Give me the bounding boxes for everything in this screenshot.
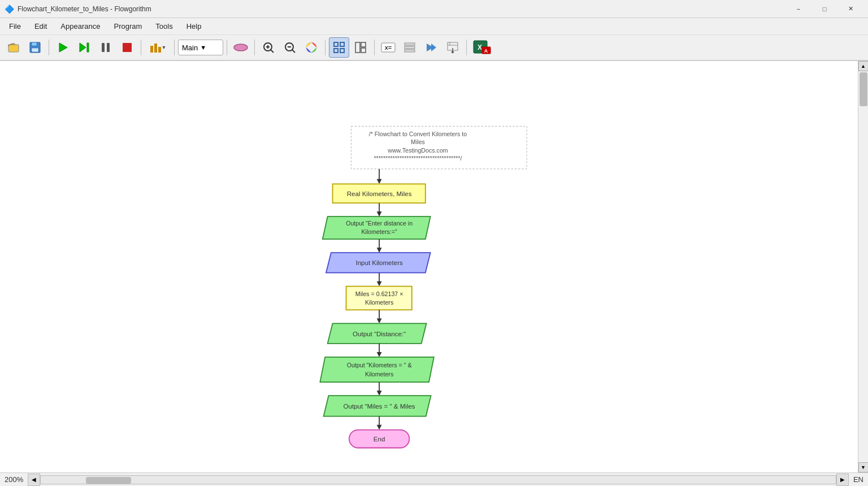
flowchart-svg: /* Flowchart to Convert Kilometers to Mi…: [0, 61, 858, 472]
arrow-right-button[interactable]: [421, 37, 441, 58]
scroll-track[interactable]: [858, 71, 868, 462]
excel-button[interactable]: XA: [470, 37, 494, 58]
svg-marker-74: [320, 357, 434, 382]
variable-button[interactable]: [231, 37, 251, 58]
toolbar: ▼ Main ▼ x= X: [0, 35, 868, 61]
save-button[interactable]: [25, 37, 45, 58]
separator-4: [227, 40, 227, 55]
svg-rect-8: [107, 43, 110, 52]
svg-text:Miles: Miles: [411, 138, 425, 145]
svg-rect-10: [150, 46, 153, 53]
menu-program[interactable]: Program: [107, 20, 149, 33]
svg-text:X: X: [478, 44, 482, 51]
menu-file[interactable]: File: [2, 20, 28, 33]
svg-text:Real Kilometers, Miles: Real Kilometers, Miles: [347, 190, 412, 197]
horizontal-scrollbar[interactable]: ◀ ▶: [28, 473, 849, 486]
main-dropdown[interactable]: Main ▼: [178, 40, 223, 55]
svg-rect-33: [405, 50, 415, 52]
zoom-in-button[interactable]: [258, 37, 279, 58]
title-bar: 🔷 Flowchart_Kilometer_to_Miles - Flowgor…: [0, 0, 868, 18]
svg-rect-7: [102, 43, 105, 52]
svg-text:Kilometers: Kilometers: [365, 299, 393, 306]
svg-point-13: [234, 44, 248, 51]
pause-button[interactable]: [96, 37, 116, 58]
main-dropdown-label: Main: [182, 44, 198, 52]
fit-button[interactable]: [329, 37, 349, 58]
h-scroll-track[interactable]: [40, 475, 836, 484]
bottom-bar: 200% ◀ ▶ EN: [0, 472, 868, 486]
svg-marker-73: [377, 352, 382, 357]
svg-rect-0: [8, 45, 19, 52]
svg-rect-26: [355, 42, 360, 53]
svg-text:End: End: [374, 436, 385, 442]
svg-text:Input Kilometers: Input Kilometers: [355, 259, 403, 266]
zoom-out-button[interactable]: [280, 37, 300, 58]
svg-text:Kilometers: Kilometers: [365, 371, 393, 377]
step-button[interactable]: [74, 37, 94, 58]
menu-help[interactable]: Help: [180, 20, 209, 33]
run-button[interactable]: [53, 37, 73, 58]
svg-rect-27: [361, 42, 366, 47]
maximize-button[interactable]: □: [811, 0, 837, 18]
separator-2: [141, 40, 141, 55]
svg-text:Output "Miles = " & Miles: Output "Miles = " & Miles: [344, 403, 415, 410]
separator-7: [374, 40, 375, 55]
scroll-down-button[interactable]: ▼: [858, 462, 869, 472]
scroll-thumb[interactable]: [860, 72, 867, 106]
svg-rect-32: [405, 46, 415, 49]
svg-rect-65: [346, 287, 412, 310]
dropdown-arrow-icon: ▼: [200, 44, 206, 51]
app-icon: 🔷: [5, 5, 14, 14]
close-button[interactable]: ✕: [837, 0, 863, 18]
menu-edit[interactable]: Edit: [28, 20, 54, 33]
svg-rect-9: [123, 43, 132, 52]
window-title: Flowchart_Kilometer_to_Miles - Flowgorit…: [18, 5, 785, 13]
vertical-scrollbar[interactable]: ▲ ▼: [858, 61, 868, 472]
svg-marker-60: [377, 248, 382, 253]
open-button[interactable]: [3, 37, 24, 58]
svg-text:Output "Distance:": Output "Distance:": [353, 331, 406, 337]
language-status: EN: [849, 475, 868, 484]
svg-line-17: [271, 50, 274, 53]
scroll-right-button[interactable]: ▶: [836, 474, 849, 486]
separator-3: [174, 40, 175, 55]
scroll-left-button[interactable]: ◀: [28, 474, 40, 486]
svg-text:Kilometers:=": Kilometers:=": [361, 228, 397, 235]
svg-rect-11: [154, 44, 157, 53]
svg-marker-55: [377, 211, 382, 216]
svg-text:Output "Kilometers = " &: Output "Kilometers = " &: [347, 362, 412, 368]
svg-rect-24: [334, 49, 338, 53]
minimize-button[interactable]: −: [785, 0, 811, 18]
scroll-up-button[interactable]: ▲: [858, 61, 869, 71]
window-controls: − □ ✕: [785, 0, 863, 18]
svg-rect-23: [340, 42, 344, 46]
chart-button[interactable]: ▼: [145, 37, 171, 58]
menu-tools[interactable]: Tools: [149, 20, 179, 33]
svg-marker-35: [431, 44, 436, 51]
svg-text:x=: x=: [385, 44, 392, 51]
stop-button[interactable]: [117, 37, 137, 58]
separator-8: [466, 40, 467, 55]
svg-marker-40: [451, 51, 454, 54]
svg-text:******************************: *************************************/: [374, 155, 462, 162]
svg-marker-64: [377, 281, 382, 287]
svg-text:/* Flowchart to Convert Kilome: /* Flowchart to Convert Kilometers to: [369, 131, 467, 137]
svg-marker-4: [59, 43, 67, 52]
svg-rect-2: [32, 42, 37, 46]
zoom-status: 200%: [0, 475, 28, 484]
color-button[interactable]: [301, 37, 322, 58]
list-button[interactable]: [400, 37, 420, 58]
svg-rect-28: [361, 48, 366, 53]
svg-text:Miles = 0.62137 ×: Miles = 0.62137 ×: [355, 290, 403, 297]
svg-rect-25: [340, 49, 344, 53]
svg-text:www.TestingDocs.com: www.TestingDocs.com: [387, 147, 448, 154]
expression-button[interactable]: x=: [378, 37, 398, 58]
svg-text:A: A: [484, 48, 488, 54]
svg-text:Output "Enter distance in: Output "Enter distance in: [346, 220, 413, 227]
svg-marker-5: [80, 43, 86, 52]
svg-rect-12: [158, 47, 161, 53]
menu-appearance[interactable]: Appearance: [54, 20, 107, 33]
canvas-area[interactable]: /* Flowchart to Convert Kilometers to Mi…: [0, 61, 858, 472]
export-button[interactable]: [442, 37, 463, 58]
layout-button[interactable]: [350, 37, 371, 58]
